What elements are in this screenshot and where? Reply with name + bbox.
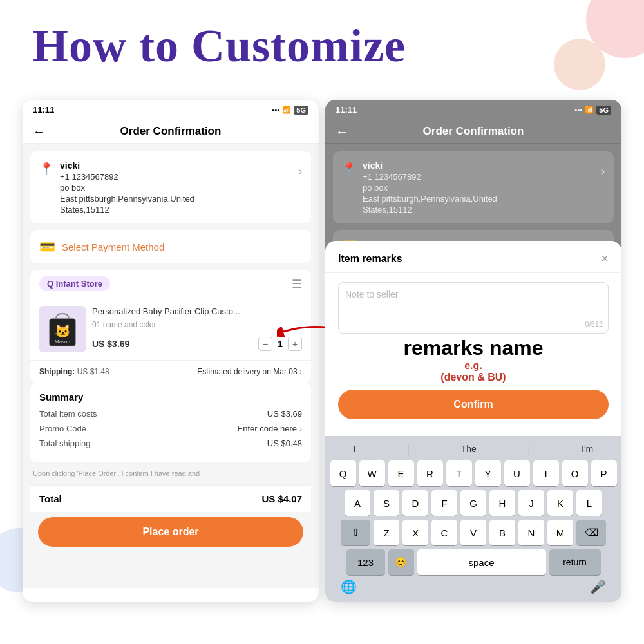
- location-icon-left: 📍: [39, 162, 53, 176]
- signal-icon: ▪▪▪: [272, 106, 280, 114]
- phone-content-left: 📍 vicki +1 1234567892 po box East pittsb…: [23, 144, 319, 588]
- key-U[interactable]: U: [504, 460, 530, 486]
- place-order-button[interactable]: Place order: [38, 517, 303, 547]
- total-row-left: Total US $4.07: [30, 485, 311, 512]
- back-button-left[interactable]: ←: [33, 124, 46, 139]
- keyboard-suggestions: I | The | I'm: [328, 441, 619, 460]
- key-D[interactable]: D: [402, 490, 428, 516]
- battery-icon: 5G: [294, 106, 308, 115]
- nav-header-right: ← Order Confirmation: [325, 120, 621, 144]
- key-space[interactable]: space: [417, 549, 546, 575]
- battery-icon-right: 5G: [596, 106, 611, 115]
- suggestion-2[interactable]: The: [461, 444, 477, 455]
- key-I[interactable]: I: [533, 460, 559, 486]
- back-button-right[interactable]: ←: [336, 124, 348, 139]
- key-return[interactable]: return: [549, 549, 601, 575]
- status-time-left: 11:11: [33, 105, 54, 115]
- key-K[interactable]: K: [547, 490, 573, 516]
- promo-link[interactable]: Enter code here ›: [238, 424, 302, 433]
- key-J[interactable]: J: [518, 490, 544, 516]
- key-F[interactable]: F: [431, 490, 457, 516]
- store-section-left: Q Infant Store ☰ 🐱 Mason Personalized Ba…: [30, 270, 311, 383]
- payment-icon-left: 💳: [39, 239, 55, 254]
- store-name-left[interactable]: Q Infant Store: [39, 276, 110, 291]
- status-icons-right: ▪▪▪ 📶 5G: [575, 106, 611, 115]
- key-H[interactable]: H: [489, 490, 515, 516]
- status-icons-left: ▪▪▪ 📶 5G: [272, 106, 308, 115]
- key-C[interactable]: C: [431, 520, 457, 545]
- address-pobox-left: po box: [60, 183, 299, 193]
- key-R[interactable]: R: [417, 460, 443, 486]
- key-E[interactable]: E: [388, 460, 414, 486]
- summary-title-left: Summary: [39, 392, 302, 402]
- payment-text-left: Select Payment Method: [62, 242, 164, 252]
- key-G[interactable]: G: [460, 490, 486, 516]
- qty-minus-left[interactable]: −: [258, 337, 272, 351]
- key-O[interactable]: O: [562, 460, 588, 486]
- key-S[interactable]: S: [374, 490, 399, 516]
- suggestion-3[interactable]: I'm: [582, 444, 593, 455]
- summary-shipping: Total shipping US $0.48: [39, 439, 302, 448]
- keyboard-row-1: Q W E R T Y U I O P: [328, 460, 619, 486]
- svg-text:🐱: 🐱: [55, 323, 71, 339]
- key-V[interactable]: V: [460, 520, 486, 545]
- address-city-left: East pittsburgh,Pennsylvania,United: [60, 194, 299, 204]
- summary-promo[interactable]: Promo Code Enter code here ›: [39, 424, 302, 433]
- store-menu-icon[interactable]: ☰: [292, 277, 302, 291]
- suggestion-1[interactable]: I: [354, 444, 356, 455]
- remarks-input-container: Note to seller 0/512 remarks name e.g. (…: [338, 282, 609, 383]
- phone-left: 11:11 ▪▪▪ 📶 5G ← Order Confirmation 📍 vi…: [23, 100, 319, 602]
- address-card-left[interactable]: 📍 vicki +1 1234567892 po box East pittsb…: [30, 151, 311, 223]
- address-phone-right: +1 1234567892: [363, 172, 601, 182]
- key-123[interactable]: 123: [346, 549, 385, 575]
- key-B[interactable]: B: [489, 520, 515, 545]
- wifi-icon: 📶: [282, 106, 291, 114]
- key-emoji[interactable]: 😊: [388, 549, 414, 575]
- remarks-modal: Item remarks × Note to seller 0/512 rema…: [325, 241, 621, 602]
- remarks-close-button[interactable]: ×: [601, 251, 609, 266]
- payment-card-left[interactable]: 💳 Select Payment Method: [30, 230, 311, 263]
- key-M[interactable]: M: [547, 520, 573, 545]
- address-info-right: vicki +1 1234567892 po box East pittsbur…: [363, 160, 601, 214]
- status-bar-right: 11:11 ▪▪▪ 📶 5G: [325, 100, 621, 120]
- address-card-right[interactable]: 📍 vicki +1 1234567892 po box East pittsb…: [333, 151, 614, 223]
- remarks-annotation: remarks name e.g. (devon & BU): [338, 336, 609, 383]
- address-pobox-right: po box: [363, 183, 601, 193]
- status-bar-left: 11:11 ▪▪▪ 📶 5G: [23, 100, 319, 120]
- nav-header-left: ← Order Confirmation: [23, 120, 319, 144]
- shipping-row-left: Shipping: US $1.48 Estimated delivery on…: [30, 360, 311, 383]
- wifi-icon-right: 📶: [585, 106, 594, 114]
- disclaimer-left: Upon clicking 'Place Order', I confirm I…: [30, 469, 311, 478]
- key-N[interactable]: N: [518, 520, 544, 545]
- svg-text:Mason: Mason: [55, 339, 70, 345]
- address-chevron-left: ›: [299, 166, 302, 177]
- key-W[interactable]: W: [359, 460, 385, 486]
- product-variant-left: 01 name and color: [92, 320, 302, 329]
- location-icon-right: 📍: [342, 162, 356, 176]
- address-info-left: vicki +1 1234567892 po box East pittsbur…: [60, 160, 299, 214]
- key-Y[interactable]: Y: [475, 460, 501, 486]
- address-name-right: vicki: [363, 160, 601, 171]
- status-time-right: 11:11: [336, 105, 357, 115]
- key-globe[interactable]: 🌐: [341, 579, 357, 594]
- product-details-left: Personalized Baby Pacifier Clip Custo...…: [92, 306, 302, 351]
- key-T[interactable]: T: [446, 460, 472, 486]
- key-A[interactable]: A: [345, 490, 370, 516]
- key-delete[interactable]: ⌫: [576, 520, 606, 545]
- key-shift[interactable]: ⇧: [341, 520, 370, 545]
- address-zip-right: States,15112: [363, 205, 601, 214]
- signal-icon-right: ▪▪▪: [575, 106, 583, 114]
- keyboard-row-2: A S D F G H J K L: [328, 490, 619, 516]
- product-row-left: 🐱 Mason Personalized Baby Pacifier Clip …: [30, 298, 311, 360]
- summary-card-left: Summary Total item costs US $3.69 Promo …: [30, 383, 311, 462]
- key-P[interactable]: P: [591, 460, 617, 486]
- key-X[interactable]: X: [402, 520, 428, 545]
- keyboard-row-bottom: 123 😊 space return: [328, 549, 619, 575]
- confirm-button[interactable]: Confirm: [338, 390, 609, 419]
- bg-decoration-peach: [554, 39, 605, 90]
- key-mic[interactable]: 🎤: [590, 579, 606, 594]
- key-Z[interactable]: Z: [374, 520, 399, 545]
- key-L[interactable]: L: [576, 490, 602, 516]
- key-Q[interactable]: Q: [330, 460, 356, 486]
- remarks-input-area[interactable]: Note to seller 0/512: [338, 282, 609, 334]
